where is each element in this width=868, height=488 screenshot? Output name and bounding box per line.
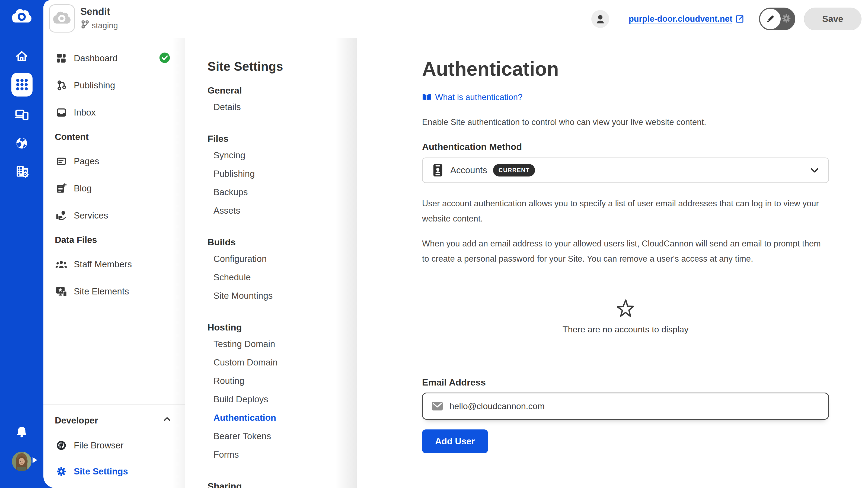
nav-item-label: Site Settings bbox=[74, 466, 128, 477]
preview-domain-link[interactable]: purple-door.cloudvent.net bbox=[629, 14, 744, 24]
main-panel: Authentication What is authentication? E… bbox=[357, 38, 868, 488]
app-rail bbox=[0, 0, 43, 488]
apps-grid-active-item[interactable] bbox=[11, 73, 33, 97]
authentication-method-select[interactable]: Accounts CURRENT bbox=[422, 158, 829, 183]
settings-nav-testing-domain[interactable]: Testing Domain bbox=[208, 335, 357, 353]
gear-toggle-icon bbox=[781, 13, 792, 25]
nav-section-developer[interactable]: Developer bbox=[43, 409, 185, 432]
email-label: Email Address bbox=[422, 375, 829, 389]
nav-item-label: Dashboard bbox=[74, 53, 118, 63]
publishing-icon bbox=[55, 80, 68, 91]
page-title: Authentication bbox=[422, 57, 829, 80]
blog-icon bbox=[55, 183, 68, 194]
settings-section-general: General bbox=[208, 83, 357, 98]
nav-item-inbox[interactable]: Inbox bbox=[43, 99, 185, 126]
site-logo bbox=[49, 4, 75, 33]
nav-item-site-settings[interactable]: Site Settings bbox=[43, 458, 185, 485]
settings-nav-site-mountings[interactable]: Site Mountings bbox=[208, 287, 357, 305]
settings-nav-routing[interactable]: Routing bbox=[208, 372, 357, 390]
what-is-authentication-link[interactable]: What is authentication? bbox=[422, 93, 522, 102]
nav-item-label: Pages bbox=[74, 156, 99, 166]
settings-section-files: Files bbox=[208, 131, 357, 146]
nav-section-label: Developer bbox=[55, 415, 98, 426]
nav-item-file-browser[interactable]: File Browser bbox=[43, 432, 185, 458]
settings-section-builds: Builds bbox=[208, 234, 357, 250]
settings-nav-panel: Site Settings General Details Files Sync… bbox=[185, 38, 357, 488]
settings-nav-publishing[interactable]: Publishing bbox=[208, 165, 357, 183]
email-input-wrapper bbox=[422, 393, 829, 420]
email-input[interactable] bbox=[450, 401, 819, 411]
method-description-2: When you add an email address to your al… bbox=[422, 236, 829, 266]
home-icon[interactable] bbox=[15, 50, 28, 64]
save-button[interactable]: Save bbox=[804, 8, 862, 30]
avatar-expand-arrow-icon[interactable] bbox=[33, 457, 37, 463]
settings-nav-details[interactable]: Details bbox=[208, 98, 357, 116]
nav-item-label: Publishing bbox=[74, 80, 115, 91]
globe-icon[interactable] bbox=[15, 136, 29, 151]
devices-icon[interactable] bbox=[15, 107, 29, 122]
nav-item-label: Services bbox=[74, 210, 108, 221]
intro-text: Enable Site authentication to control wh… bbox=[422, 116, 829, 129]
pencil-icon bbox=[760, 9, 781, 29]
nav-item-services[interactable]: Services bbox=[43, 202, 185, 229]
contact-card-icon bbox=[432, 163, 444, 177]
branch-name: staging bbox=[92, 21, 118, 30]
add-user-button[interactable]: Add User bbox=[422, 429, 488, 453]
nav-item-label: Inbox bbox=[74, 107, 96, 118]
star-icon bbox=[616, 299, 635, 318]
settings-section-hosting: Hosting bbox=[208, 320, 357, 335]
nav-item-pages[interactable]: Pages bbox=[43, 148, 185, 175]
settings-section-sharing: Sharing bbox=[208, 479, 357, 488]
settings-nav-syncing[interactable]: Syncing bbox=[208, 146, 357, 165]
nav-item-label: Staff Members bbox=[74, 259, 132, 269]
settings-nav-forms[interactable]: Forms bbox=[208, 446, 357, 464]
site-nav-panel: Dashboard Publis bbox=[43, 38, 185, 488]
nav-item-staff-members[interactable]: Staff Members bbox=[43, 251, 185, 278]
github-icon bbox=[55, 440, 68, 451]
nav-item-label: Site Elements bbox=[74, 286, 129, 297]
settings-nav-build-deploys[interactable]: Build Deploys bbox=[208, 390, 357, 409]
nav-item-blog[interactable]: Blog bbox=[43, 175, 185, 202]
account-button[interactable] bbox=[591, 10, 609, 28]
external-link-icon bbox=[736, 15, 744, 23]
chevron-up-icon bbox=[162, 415, 172, 426]
settings-nav-authentication[interactable]: Authentication bbox=[208, 409, 357, 427]
method-label: Authentication Method bbox=[422, 140, 829, 154]
settings-nav-bearer-tokens[interactable]: Bearer Tokens bbox=[208, 427, 357, 446]
preview-domain-text: purple-door.cloudvent.net bbox=[629, 14, 733, 24]
user-avatar[interactable] bbox=[12, 452, 31, 471]
app-header: Sendit staging bbox=[43, 0, 868, 38]
settings-nav-schedule[interactable]: Schedule bbox=[208, 268, 357, 287]
nav-section-data-files: Data Files bbox=[43, 229, 185, 251]
organization-icon[interactable] bbox=[14, 164, 29, 180]
settings-nav-assets[interactable]: Assets bbox=[208, 201, 357, 220]
dashboard-icon bbox=[55, 53, 68, 64]
site-elements-icon bbox=[55, 285, 68, 298]
gear-icon bbox=[55, 466, 68, 477]
inbox-icon bbox=[55, 107, 68, 118]
edit-settings-toggle[interactable] bbox=[759, 8, 795, 30]
cloudcannon-logo-icon[interactable] bbox=[11, 7, 33, 28]
nav-item-dashboard[interactable]: Dashboard bbox=[43, 45, 185, 72]
nav-item-publishing[interactable]: Publishing bbox=[43, 72, 185, 99]
method-description-1: User account authentication allows you t… bbox=[422, 196, 829, 226]
nav-section-content: Content bbox=[43, 126, 185, 148]
settings-nav-custom-domain[interactable]: Custom Domain bbox=[208, 353, 357, 372]
settings-nav-title: Site Settings bbox=[208, 58, 357, 74]
check-badge-icon bbox=[159, 52, 170, 65]
staff-members-icon bbox=[55, 258, 68, 270]
bell-icon[interactable] bbox=[15, 425, 29, 440]
what-is-authentication-label: What is authentication? bbox=[435, 93, 522, 102]
nav-item-site-elements[interactable]: Site Elements bbox=[43, 278, 185, 305]
services-icon bbox=[55, 210, 68, 221]
settings-nav-configuration[interactable]: Configuration bbox=[208, 250, 357, 268]
git-branch-icon bbox=[80, 20, 89, 31]
pages-icon bbox=[55, 156, 68, 167]
nav-item-label: Blog bbox=[74, 183, 92, 194]
app-surface: Sendit staging bbox=[43, 0, 868, 488]
chevron-down-icon bbox=[810, 166, 819, 175]
settings-nav-backups[interactable]: Backups bbox=[208, 183, 357, 201]
method-selected-value: Accounts bbox=[450, 165, 487, 175]
current-badge: CURRENT bbox=[493, 164, 535, 176]
book-icon bbox=[422, 93, 431, 101]
